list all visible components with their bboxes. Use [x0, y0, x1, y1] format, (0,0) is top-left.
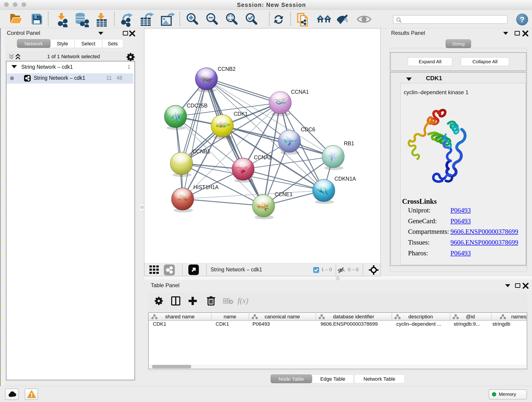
svg-text:CCNA1: CCNA1 [291, 89, 309, 95]
svg-text:CDC6: CDC6 [301, 127, 315, 133]
svg-text:RB1: RB1 [344, 140, 354, 147]
svg-text:CCNE1: CCNE1 [275, 191, 293, 197]
svg-text:CCNB1: CCNB1 [192, 148, 210, 154]
svg-text:HIST1H1A: HIST1H1A [193, 184, 219, 190]
svg-text:CCNB2: CCNB2 [218, 66, 235, 72]
svg-text:CDK1: CDK1 [234, 111, 248, 117]
svg-text:CDKN1A: CDKN1A [335, 176, 356, 182]
svg-text:CDC25B: CDC25B [187, 103, 208, 109]
svg-text:CCNA2: CCNA2 [254, 154, 272, 160]
svg-text:?: ? [520, 15, 525, 24]
